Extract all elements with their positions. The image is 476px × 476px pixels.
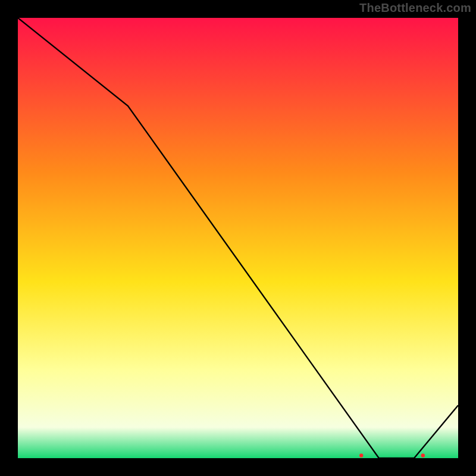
watermark-text: TheBottleneck.com bbox=[359, 1, 471, 15]
chart-frame: TheBottleneck.com bbox=[0, 0, 476, 476]
marker-dot bbox=[421, 453, 425, 457]
chart-svg bbox=[18, 18, 458, 458]
marker-dot bbox=[359, 453, 363, 457]
gradient-background bbox=[18, 18, 458, 458]
plot-area bbox=[18, 18, 458, 458]
